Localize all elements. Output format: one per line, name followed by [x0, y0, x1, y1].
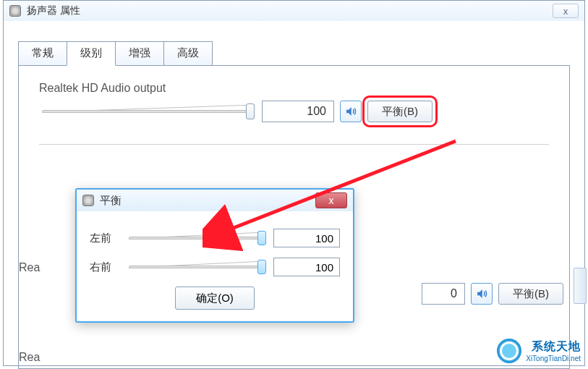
output1-slider[interactable] [39, 102, 256, 121]
left-front-value[interactable]: 100 [273, 229, 340, 247]
balance-button[interactable]: 平衡(B) [367, 101, 433, 122]
titlebar: 扬声器 属性 x [4, 1, 584, 21]
watermark-url: XiTongTianDi.net [526, 355, 581, 362]
window-icon [82, 195, 94, 206]
close-button[interactable]: x [553, 4, 579, 18]
right-front-value[interactable]: 100 [273, 258, 340, 276]
tab-general[interactable]: 常规 [18, 41, 67, 65]
left-front-slider[interactable] [127, 229, 266, 247]
balance-body: 左前 100 右前 100 确定(O) [77, 211, 353, 321]
window-icon [9, 5, 21, 17]
right-front-label: 右前 [90, 260, 120, 274]
window-title: 扬声器 属性 [27, 4, 80, 17]
right-front-row: 右前 100 [90, 258, 340, 276]
output1-value[interactable]: 100 [262, 101, 334, 122]
balance-title: 平衡 [100, 194, 122, 208]
speaker-icon [344, 105, 357, 118]
balance-close-button[interactable]: x [315, 192, 347, 208]
tab-strip: 常规 级别 增强 高级 [18, 41, 584, 65]
divider [39, 144, 549, 145]
watermark-title: 系统天地 [526, 339, 581, 355]
tab-enhance[interactable]: 增强 [115, 41, 164, 65]
slider-thumb[interactable] [257, 260, 266, 274]
output2-value[interactable]: 0 [422, 283, 465, 305]
ok-button[interactable]: 确定(O) [175, 287, 255, 310]
slider-thumb[interactable] [246, 103, 255, 119]
scrollbar-thumb[interactable] [574, 268, 587, 304]
mute-button-2[interactable] [471, 283, 493, 305]
mute-button[interactable] [340, 101, 362, 122]
left-front-label: 左前 [90, 232, 120, 245]
output2-label: Rea [19, 261, 40, 274]
watermark-icon [497, 339, 521, 363]
tab-levels[interactable]: 级别 [67, 41, 116, 66]
output1-label: Realtek HD Audio output [39, 82, 549, 95]
output1-row: 100 平衡(B) [39, 101, 549, 122]
left-front-row: 左前 100 [90, 229, 340, 247]
watermark: 系统天地 XiTongTianDi.net [497, 339, 581, 363]
tab-advanced[interactable]: 高级 [163, 41, 213, 65]
balance-dialog: 平衡 x 左前 100 右前 100 确定(O) [75, 188, 354, 323]
output2-row: 0 平衡(B) [422, 283, 563, 305]
slider-thumb[interactable] [257, 231, 266, 245]
balance-titlebar: 平衡 x [77, 190, 353, 211]
right-front-slider[interactable] [127, 258, 266, 276]
speaker-icon [475, 287, 488, 300]
output3-label: Rea [19, 351, 40, 364]
balance-button-2[interactable]: 平衡(B) [498, 283, 563, 305]
